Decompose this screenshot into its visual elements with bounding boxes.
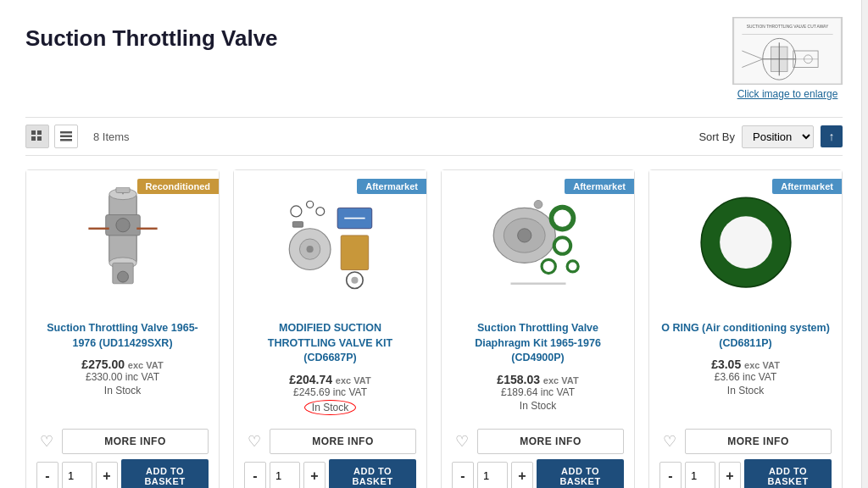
product-name[interactable]: O RING (Air conditioning system) (CD6811…	[659, 321, 832, 351]
product-actions: ♡ MORE INFO - + ADD TO BASKET	[649, 422, 842, 489]
product-image-area: Aftermarket	[234, 170, 426, 314]
header-area: Suction Throttling Valve SUCTION THROTTL…	[25, 17, 843, 100]
product-info: O RING (Air conditioning system) (CD6811…	[649, 314, 842, 422]
product-info: MODIFIED SUCTION THROTTLING VALVE KIT (C…	[234, 314, 426, 422]
product-price-exc: £158.03 exc VAT	[452, 373, 624, 386]
stock-status: In Stock	[304, 400, 356, 415]
product-actions: ♡ MORE INFO - + ADD TO BASKET	[442, 422, 634, 489]
svg-point-36	[290, 206, 301, 217]
sort-area: Sort By Position Name Price ↑	[698, 125, 843, 148]
svg-point-52	[720, 216, 772, 269]
page-title: Suction Throttling Valve	[25, 25, 278, 52]
product-price-inc: £330.00 inc VAT	[36, 371, 209, 383]
svg-rect-18	[60, 139, 72, 141]
diagram-box: SUCTION THROTTLING VALVE CUT AWAY Click …	[732, 17, 843, 100]
product-stock: In Stock	[36, 385, 209, 396]
more-info-button[interactable]: MORE INFO	[270, 429, 416, 454]
add-to-basket-button[interactable]: ADD TO BASKET	[537, 459, 624, 489]
wishlist-button[interactable]: ♡	[244, 432, 264, 451]
qty-increase-button[interactable]: +	[303, 462, 326, 489]
product-stock: In Stock	[659, 385, 832, 396]
stock-status: In Stock	[520, 400, 556, 412]
svg-rect-16	[60, 131, 72, 134]
svg-rect-15	[37, 136, 42, 141]
wishlist-button[interactable]: ♡	[36, 432, 57, 451]
wishlist-more-row: ♡ MORE INFO	[452, 429, 624, 454]
basket-row: - + ADD TO BASKET	[659, 459, 832, 489]
svg-point-50	[534, 200, 542, 208]
products-grid: Reconditioned Suction Throttling Valve 1…	[25, 169, 843, 488]
qty-increase-button[interactable]: +	[511, 462, 533, 489]
stock-status: In Stock	[727, 385, 764, 396]
product-name[interactable]: MODIFIED SUCTION THROTTLING VALVE KIT (C…	[244, 321, 416, 366]
product-name[interactable]: Suction Throttling Valve 1965-1976 (UD11…	[36, 321, 209, 351]
svg-point-48	[567, 261, 578, 272]
svg-point-23	[115, 219, 129, 232]
diagram-image[interactable]: SUCTION THROTTLING VALVE CUT AWAY	[732, 17, 843, 85]
product-badge: Aftermarket	[772, 179, 842, 194]
qty-increase-button[interactable]: +	[96, 462, 118, 489]
qty-input[interactable]	[685, 462, 715, 489]
wishlist-more-row: ♡ MORE INFO	[659, 429, 832, 454]
product-badge: Aftermarket	[565, 179, 634, 194]
svg-rect-39	[292, 222, 303, 228]
qty-decrease-button[interactable]: -	[452, 462, 474, 489]
grid-view-button[interactable]	[25, 125, 49, 148]
add-to-basket-button[interactable]: ADD TO BASKET	[329, 459, 416, 489]
qty-increase-button[interactable]: +	[719, 462, 741, 489]
svg-rect-13	[37, 130, 42, 135]
svg-point-32	[306, 246, 313, 252]
items-count: 8 Items	[93, 130, 130, 143]
product-card: Aftermarket MODIFIED SUCTION THROTTLING …	[233, 169, 427, 488]
product-card: Reconditioned Suction Throttling Valve 1…	[25, 169, 220, 488]
scrollbar[interactable]	[861, 0, 868, 488]
sort-label: Sort By	[698, 130, 735, 143]
product-price-inc: £245.69 inc VAT	[244, 386, 416, 398]
enlarge-link[interactable]: Click image to enlarge	[732, 88, 843, 100]
qty-input[interactable]	[62, 462, 92, 489]
product-stock: In Stock	[244, 400, 416, 415]
wishlist-more-row: ♡ MORE INFO	[244, 429, 416, 454]
svg-point-37	[306, 201, 313, 208]
basket-row: - + ADD TO BASKET	[36, 459, 209, 489]
product-actions: ♡ MORE INFO - + ADD TO BASKET	[26, 422, 219, 489]
svg-point-44	[517, 229, 531, 242]
stock-status: In Stock	[104, 385, 141, 396]
qty-decrease-button[interactable]: -	[36, 462, 58, 489]
qty-input[interactable]	[270, 462, 300, 489]
more-info-button[interactable]: MORE INFO	[62, 429, 209, 454]
basket-row: - + ADD TO BASKET	[452, 459, 624, 489]
sort-select[interactable]: Position Name Price	[742, 125, 814, 148]
more-info-button[interactable]: MORE INFO	[477, 429, 624, 454]
svg-rect-14	[31, 136, 36, 141]
svg-point-46	[554, 237, 570, 254]
product-card: Aftermarket O RING (Air conditioning sys…	[648, 169, 843, 488]
svg-point-41	[351, 277, 358, 284]
add-to-basket-button[interactable]: ADD TO BASKET	[121, 459, 209, 489]
svg-rect-17	[60, 136, 72, 138]
more-info-button[interactable]: MORE INFO	[685, 429, 832, 454]
price-exc-label: exc VAT	[128, 360, 164, 370]
qty-decrease-button[interactable]: -	[244, 462, 266, 489]
price-exc-label: exc VAT	[336, 375, 371, 385]
add-to-basket-button[interactable]: ADD TO BASKET	[744, 459, 832, 489]
svg-text:SUCTION THROTTLING VALVE CUT A: SUCTION THROTTLING VALVE CUT AWAY	[747, 25, 829, 29]
product-image-area: Reconditioned	[26, 170, 219, 314]
price-exc-label: exc VAT	[744, 360, 780, 370]
list-view-button[interactable]	[54, 125, 78, 148]
qty-input[interactable]	[477, 462, 508, 489]
product-actions: ♡ MORE INFO - + ADD TO BASKET	[234, 422, 426, 489]
page-wrapper: Suction Throttling Valve SUCTION THROTTL…	[0, 0, 868, 488]
qty-decrease-button[interactable]: -	[659, 462, 682, 489]
view-controls	[25, 125, 78, 148]
product-stock: In Stock	[452, 400, 624, 412]
product-badge: Reconditioned	[137, 179, 219, 194]
product-image-area: Aftermarket	[442, 170, 634, 314]
sort-direction-button[interactable]: ↑	[821, 125, 843, 147]
product-name[interactable]: Suction Throttling Valve Diaphragm Kit 1…	[452, 321, 624, 366]
wishlist-button[interactable]: ♡	[452, 432, 472, 451]
svg-rect-12	[31, 130, 36, 135]
price-exc-label: exc VAT	[543, 375, 579, 385]
product-price-inc: £3.66 inc VAT	[659, 371, 832, 383]
wishlist-button[interactable]: ♡	[659, 432, 680, 451]
